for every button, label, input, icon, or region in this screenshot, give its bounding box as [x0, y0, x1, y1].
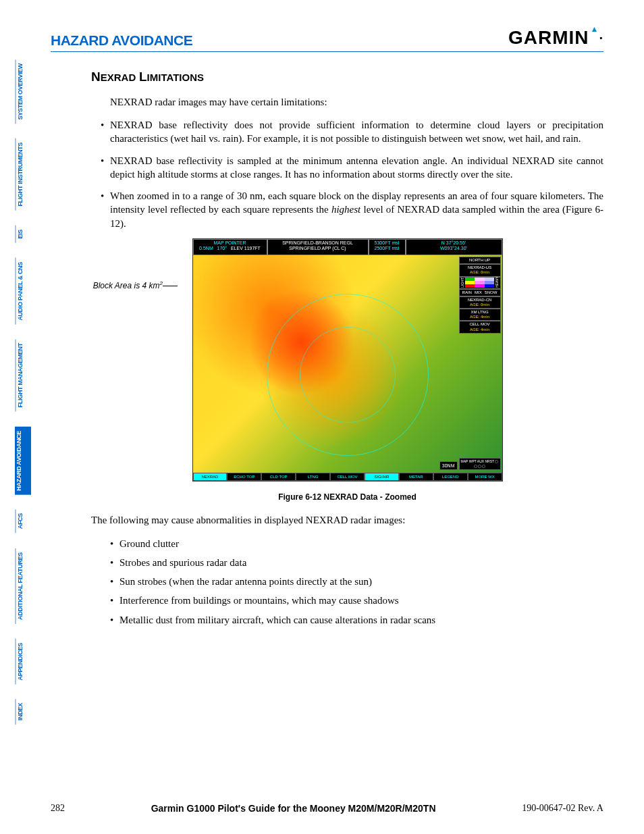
- list-item: Strobes and spurious radar data: [110, 556, 603, 569]
- map-topbar: MAP POINTER 0.5NM 170° ELEV 1197FT SPRIN…: [193, 239, 502, 255]
- softkey-cldtop[interactable]: CLD TOP: [261, 473, 296, 481]
- map-softkeys: NEXRAD ECHO TOP CLD TOP LTNG CELL MOV SI…: [193, 473, 502, 481]
- tab-hazard-avoidance[interactable]: HAZARD AVOIDANCE: [15, 427, 31, 495]
- page-number: 282: [51, 803, 65, 814]
- figure-caption: Figure 6-12 NEXRAD Data - Zoomed: [91, 492, 603, 502]
- list-item: When zoomed in to a range of 30 nm, each…: [101, 189, 603, 230]
- page-footer: 282 Garmin G1000 Pilot's Guide for the M…: [51, 803, 603, 814]
- softkey-cellmov[interactable]: CELL MOV: [330, 473, 365, 481]
- softkey-morewx[interactable]: MORE WX: [468, 473, 502, 481]
- tab-eis[interactable]: EIS: [15, 226, 31, 243]
- doc-revision: 190-00647-02 Rev. A: [522, 803, 603, 814]
- limitation-list: NEXRAD base reflectivity does not provid…: [101, 118, 603, 230]
- tab-flight-instruments[interactable]: FLIGHT INSTRUMENTS: [15, 138, 31, 211]
- tab-index[interactable]: INDEX: [15, 699, 31, 725]
- main-content: NEXRAD LIMITATIONS NEXRAD radar images m…: [91, 68, 603, 627]
- sidebar-tabs: SYSTEM OVERVIEW FLIGHT INSTRUMENTS EIS A…: [15, 59, 31, 739]
- section-title: HAZARD AVOIDANCE: [51, 32, 192, 49]
- softkey-legend[interactable]: LEGEND: [433, 473, 468, 481]
- tab-afcs[interactable]: AFCS: [15, 509, 31, 533]
- page-header: HAZARD AVOIDANCE GARMIN▲.: [51, 27, 603, 52]
- map-legend: NORTH UP NEXRAD-USAGE: 0min LIGHT HEAVY …: [459, 257, 501, 334]
- garmin-logo: GARMIN▲.: [508, 27, 603, 49]
- footer-title: Garmin G1000 Pilot's Guide for the Moone…: [151, 803, 436, 814]
- callout-line: [163, 286, 178, 286]
- list-item: NEXRAD base reflectivity is sampled at t…: [101, 154, 603, 182]
- figure-6-12: Block Area is 4 km2 MAP POINTER 0.5NM 17…: [91, 238, 603, 502]
- list-item: NEXRAD base reflectivity does not provid…: [101, 118, 603, 146]
- intro-text: NEXRAD radar images may have certain lim…: [110, 95, 603, 109]
- list-item: Sun strobes (when the radar antenna poin…: [110, 575, 603, 588]
- tab-appendices[interactable]: APPENDICES: [15, 639, 31, 685]
- tab-system-overview[interactable]: SYSTEM OVERVIEW: [15, 59, 31, 124]
- subheading: NEXRAD LIMITATIONS: [91, 68, 603, 86]
- tab-additional-features[interactable]: ADDITIONAL FEATURES: [15, 548, 31, 624]
- softkey-ltng[interactable]: LTNG: [296, 473, 330, 481]
- abnormal-intro: The following may cause abnormalities in…: [91, 513, 603, 527]
- softkey-metar[interactable]: METAR: [399, 473, 433, 481]
- softkey-sigair[interactable]: SIG/AIR: [365, 473, 399, 481]
- tab-audio-panel[interactable]: AUDIO PANEL & CNS: [15, 258, 31, 325]
- abnormal-list: Ground clutter Strobes and spurious rada…: [110, 537, 603, 627]
- softkey-nexrad[interactable]: NEXRAD: [193, 473, 227, 481]
- nexrad-map-display: MAP POINTER 0.5NM 170° ELEV 1197FT SPRIN…: [192, 238, 503, 481]
- map-waypoint-bar: MAP WPT AUX NRST ▢ ▢ ▢ ▢: [459, 458, 501, 470]
- compass-ring: [267, 294, 429, 456]
- list-item: Interference from buildings or mountains…: [110, 594, 603, 607]
- map-scale: 30NM: [439, 461, 458, 470]
- tab-flight-management[interactable]: FLIGHT MANAGEMENT: [15, 339, 31, 411]
- softkey-echotop[interactable]: ECHO TOP: [227, 473, 261, 481]
- list-item: Ground clutter: [110, 537, 603, 550]
- figure-callout: Block Area is 4 km2: [88, 280, 163, 291]
- list-item: Metallic dust from military aircraft, wh…: [110, 613, 603, 627]
